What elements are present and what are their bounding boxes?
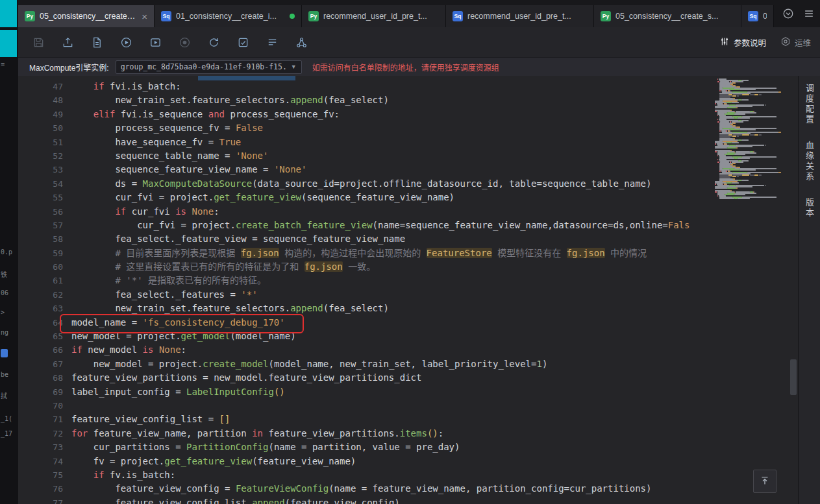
workspace-logo-icon[interactable] — [0, 0, 17, 27]
line-number: 69 — [18, 385, 63, 399]
tab-list-dropdown-icon[interactable] — [782, 8, 794, 22]
engine-bar: MaxCompute引擎实例: group_mc_8d75baa0-e9da-1… — [18, 58, 820, 76]
code-text: # 这里直接设置表已有的所有的特征是为了和 fg.json 一致。 — [71, 260, 375, 274]
panel-toggle-icon[interactable] — [0, 30, 17, 57]
toolbar-right: 参数说明 运维 — [719, 36, 811, 49]
code-line: 50 process_sequence_fv = False — [18, 121, 711, 135]
unlock-button[interactable] — [88, 33, 106, 51]
menu-icon[interactable] — [803, 8, 815, 22]
code-line: 56 if cur_fvi is None: — [18, 205, 711, 219]
editor-tab[interactable]: Pyrecommend_user_id_pre_t... — [302, 5, 446, 27]
selection-highlight — [198, 76, 295, 80]
code-text: sequence_table_name = 'None' — [71, 149, 268, 163]
code-line: 52 sequence_table_name = 'None' — [18, 149, 711, 163]
code-text: cur_fvi = project.create_batch_feature_v… — [71, 219, 690, 232]
editor-row: 47 if fvi.is_batch:48 new_train_set.feat… — [18, 76, 820, 504]
save-icon — [32, 36, 45, 49]
pyodps-node-icon: Py — [308, 11, 319, 21]
tab-bar: Py05_consistency__create_s...×Sq01_consi… — [18, 0, 820, 27]
code-text: new_train_set.feature_selectors.append(f… — [71, 302, 389, 315]
editor-tab[interactable]: Py05_consistency__create_s... — [594, 5, 741, 27]
code-line: 68feature_view_partitions = new_model.fe… — [18, 371, 711, 385]
submit-icon — [62, 36, 74, 49]
code-text: if cur_fvi is None: — [71, 205, 219, 219]
code-text: feature_view_partitions = new_model.feat… — [71, 371, 421, 385]
close-tab-icon[interactable]: × — [142, 12, 147, 21]
ops-button[interactable]: 运维 — [780, 36, 811, 49]
component-icon — [295, 36, 308, 49]
component-button[interactable] — [292, 33, 310, 51]
editor-tab[interactable]: Sq04_ — [741, 5, 774, 27]
code-line: 55 cur_fvi = project.get_feature_view(se… — [18, 191, 711, 204]
line-number: 73 — [18, 440, 63, 454]
scroll-to-top-button[interactable] — [753, 470, 777, 493]
line-number: 49 — [18, 108, 63, 121]
code-text: new_model = project.get_model(model_name… — [71, 330, 296, 343]
code-line: 74 fv = project.get_feature_view(feature… — [18, 455, 711, 468]
code-line: 64model_name = 'fs_consistency_debug_170… — [18, 316, 711, 330]
code-line: 77 feature_view_config_list.append(featu… — [18, 496, 711, 504]
right-panel-tab[interactable]: 调度配置 — [803, 84, 815, 125]
code-line: 70 — [18, 399, 711, 413]
code-editor[interactable]: 47 if fvi.is_batch:48 new_train_set.feat… — [18, 76, 798, 504]
code-line: 60 # 这里直接设置表已有的所有的特征是为了和 fg.json 一致。 — [18, 260, 711, 274]
left-rail: ≡0.p铁06>ngbe拭_1(_17 — [0, 0, 18, 504]
code-text: cur_fvi = project.get_feature_view(seque… — [71, 191, 454, 204]
toolbar: 参数说明 运维 — [18, 27, 820, 58]
code-text: if new_model is None: — [71, 343, 186, 357]
line-number: 47 — [18, 80, 63, 93]
code-text: new_train_set.feature_selectors.append(f… — [71, 93, 389, 107]
code-text: have_sequence_fv = True — [71, 136, 241, 149]
clipped-text-fragment: _1( — [1, 415, 12, 422]
editor-tab[interactable]: Sq01_consistency__create_i... — [155, 5, 302, 27]
scrollbar-thumb[interactable] — [790, 359, 797, 395]
line-number: 50 — [18, 121, 63, 135]
code-line: 73 cur_partitions = PartitionConfig(name… — [18, 440, 711, 454]
right-panel-tab[interactable]: 版本 — [803, 198, 815, 219]
diagnose-icon — [237, 36, 249, 49]
line-number: 58 — [18, 232, 63, 246]
sliders-icon — [719, 36, 730, 49]
code-text: new_model = project.create_model(model_n… — [71, 357, 547, 371]
stop-button — [175, 33, 193, 51]
advanced-run-button[interactable] — [146, 33, 164, 51]
pyodps-node-icon: Py — [601, 11, 611, 21]
line-number: 64 — [18, 316, 63, 330]
engine-instance-value: group_mc_8d75baa0-e9da-11ef-910b-f15... — [121, 62, 288, 71]
code-line: 57 cur_fvi = project.create_batch_featur… — [18, 219, 711, 232]
format-button[interactable] — [263, 33, 281, 51]
code-line: 49 elif fvi.is_sequence and process_sequ… — [18, 108, 711, 121]
reload-button[interactable] — [205, 33, 223, 51]
code-text: if fv.is_batch: — [71, 468, 175, 482]
minimap[interactable] — [712, 78, 789, 199]
right-panel-tab[interactable]: 血缘关系 — [803, 141, 815, 182]
code-line: 51 have_sequence_fv = True — [18, 136, 711, 149]
code-line: 63 new_train_set.feature_selectors.appen… — [18, 302, 711, 315]
editor-tab[interactable]: Py05_consistency__create_s...× — [18, 5, 155, 27]
clipped-text-fragment: 06 — [1, 289, 8, 296]
code-line: 72for feature_view_name, partition in fe… — [18, 427, 711, 440]
code-line: 54 ds = MaxComputeDataSource(data_source… — [18, 177, 711, 191]
editor-tab[interactable]: Sqrecommend_user_id_pre_t... — [446, 5, 594, 27]
stop-icon — [179, 36, 191, 49]
line-number: 74 — [18, 455, 63, 468]
line-number: 55 — [18, 191, 63, 204]
advanced-run-icon — [149, 36, 162, 49]
code-text: # 目前表里面序列表是现根据 fg.json 构造的，构造过程中会出现原始的 F… — [71, 246, 647, 260]
diagnose-button[interactable] — [234, 33, 252, 51]
tab-label: 05_consistency__create_s... — [615, 12, 734, 21]
clipped-text-fragment: 0.p — [1, 248, 12, 256]
code-text: for feature_view_name, partition in feat… — [71, 427, 443, 440]
code-line: 48 new_train_set.feature_selectors.appen… — [18, 93, 711, 107]
line-number: 62 — [18, 288, 63, 302]
params-help-button[interactable]: 参数说明 — [719, 36, 766, 49]
code-line: 65new_model = project.get_model(model_na… — [18, 330, 711, 343]
code-text: feature_view_config_list = [] — [71, 413, 230, 426]
code-area[interactable]: 47 if fvi.is_batch:48 new_train_set.feat… — [18, 80, 711, 504]
tab-strip: Py05_consistency__create_s...×Sq01_consi… — [18, 5, 774, 27]
line-number: 67 — [18, 357, 63, 371]
engine-instance-select[interactable]: group_mc_8d75baa0-e9da-11ef-910b-f15... … — [116, 60, 302, 74]
run-button[interactable] — [117, 33, 135, 51]
line-number: 56 — [18, 205, 63, 219]
submit-button[interactable] — [58, 33, 77, 51]
